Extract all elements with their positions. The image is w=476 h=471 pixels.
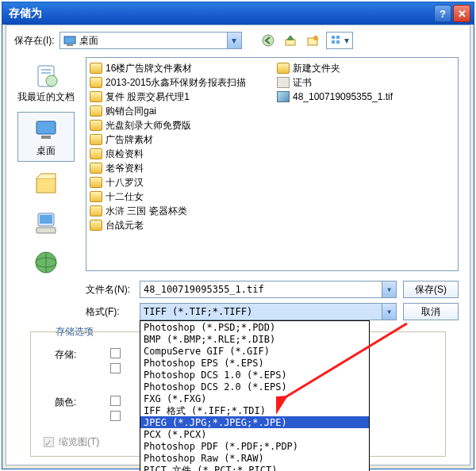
list-item[interactable]: 台战元老 — [90, 218, 267, 232]
titlebar: 存储为 ? ✕ — [2, 2, 474, 25]
image-icon — [277, 91, 290, 102]
save-as-dialog: 存储为 ? ✕ 保存在(I): 桌面 ▾ ▾ — [2, 2, 474, 469]
dropdown-option[interactable]: CompuServe GIF (*.GIF) — [140, 345, 369, 357]
folder-icon — [90, 105, 102, 117]
store-label: 存储: — [55, 348, 94, 362]
list-item[interactable]: 痕检资料 — [90, 147, 267, 161]
save-in-label: 保存在(I): — [14, 34, 55, 48]
location-combo[interactable]: 桌面 ▾ — [60, 32, 242, 49]
place-network[interactable] — [17, 246, 75, 281]
chevron-down-icon: ▾ — [382, 304, 396, 320]
dropdown-option[interactable]: Photoshop (*.PSD;*.PDD) — [140, 321, 369, 333]
help-button[interactable]: ? — [434, 5, 451, 22]
svg-rect-11 — [41, 69, 51, 71]
folder-icon — [277, 63, 290, 74]
color-checkbox-2[interactable] — [110, 411, 121, 421]
thumbnail-checkbox: ✓ — [44, 437, 54, 447]
folder-icon — [90, 220, 102, 231]
dropdown-option[interactable]: Photoshop EPS (*.EPS) — [140, 357, 369, 369]
format-dropdown[interactable]: Photoshop (*.PSD;*.PDD)BMP (*.BMP;*.RLE;… — [140, 320, 370, 471]
svg-rect-16 — [36, 178, 56, 193]
place-mydocuments[interactable] — [17, 167, 75, 201]
list-item[interactable]: 十二仕女 — [90, 190, 267, 204]
chevron-down-icon: ▾ — [227, 33, 241, 48]
format-combo[interactable]: TIFF (*.TIF;*.TIFF) ▾ — [140, 303, 397, 320]
svg-rect-9 — [336, 40, 340, 44]
store-checkbox-2[interactable] — [110, 363, 121, 373]
dialog-title: 存储为 — [9, 6, 432, 21]
place-mycomputer[interactable] — [17, 206, 75, 241]
store-checkbox-1[interactable] — [110, 348, 121, 358]
cancel-button[interactable]: 取消 — [403, 303, 459, 320]
folder-icon — [90, 77, 102, 88]
list-item[interactable]: 复件 股票交易代理1 — [90, 90, 267, 104]
up-button[interactable] — [282, 32, 299, 49]
list-item[interactable]: 2013-2015永鑫环保财务报表扫描 — [90, 75, 267, 90]
filename-label: 文件名(N): — [86, 283, 133, 297]
svg-rect-12 — [41, 72, 51, 74]
list-item[interactable]: 光盘刻录大师免费版 — [90, 118, 267, 132]
list-item[interactable]: 老爷资料 — [90, 161, 267, 175]
dropdown-option[interactable]: Photoshop Raw (*.RAW) — [140, 452, 369, 464]
filename-row: 文件名(N): 48_100719095355_1.tif ▾ 保存(S) — [86, 281, 459, 298]
folder-icon — [90, 134, 102, 145]
save-button[interactable]: 保存(S) — [403, 281, 459, 298]
new-folder-button[interactable] — [304, 32, 321, 49]
list-item[interactable]: 证书 — [277, 75, 455, 90]
view-menu-button[interactable]: ▾ — [326, 32, 353, 49]
svg-point-13 — [46, 75, 57, 86]
svg-rect-0 — [64, 36, 75, 44]
svg-rect-19 — [36, 228, 56, 233]
location-row: 保存在(I): 桌面 ▾ ▾ — [14, 32, 462, 49]
svg-rect-15 — [41, 136, 51, 139]
svg-rect-14 — [36, 121, 56, 134]
place-desktop[interactable]: 桌面 — [17, 112, 75, 162]
folder-icon — [90, 177, 102, 188]
close-button[interactable]: ✕ — [453, 5, 470, 22]
places-sidebar: 我最近的文档 桌面 — [14, 57, 78, 306]
dropdown-option[interactable]: Photoshop DCS 1.0 (*.EPS) — [140, 369, 369, 381]
svg-point-5 — [313, 36, 318, 40]
list-item[interactable]: 十八罗汉 — [90, 175, 267, 190]
svg-rect-8 — [332, 40, 335, 44]
dropdown-option[interactable]: IFF 格式 (*.IFF;*.TDI) — [140, 404, 369, 416]
list-item[interactable]: 48_100719095355_1.tif — [277, 90, 455, 104]
dropdown-option[interactable]: JPEG (*.JPG;*.JPEG;*.JPE) — [140, 416, 369, 428]
dropdown-option[interactable]: Photoshop PDF (*.PDF;*.PDP) — [140, 440, 369, 452]
list-item[interactable]: 水浒 三国 瓷器杯类 — [90, 204, 267, 218]
svg-rect-6 — [332, 36, 335, 39]
format-label: 格式(F): — [86, 305, 133, 319]
folder-icon — [90, 148, 102, 159]
location-value: 桌面 — [79, 34, 98, 48]
color-checkbox-1[interactable] — [110, 396, 121, 406]
dropdown-option[interactable]: BMP (*.BMP;*.RLE;*.DIB) — [140, 333, 369, 345]
back-button[interactable] — [259, 32, 277, 49]
format-row: 格式(F): TIFF (*.TIF;*.TIFF) ▾ 取消 — [86, 303, 459, 320]
place-recent[interactable]: 我最近的文档 — [17, 59, 75, 107]
dropdown-option[interactable]: PCX (*.PCX) — [140, 428, 369, 440]
folder-icon — [90, 163, 102, 174]
svg-point-2 — [263, 35, 274, 46]
svg-rect-18 — [40, 215, 52, 224]
dropdown-option[interactable]: PICT 文件 (*.PCT;*.PICT) — [140, 464, 369, 471]
chevron-down-icon: ▾ — [344, 35, 349, 46]
dialog-body: 保存在(I): 桌面 ▾ ▾ — [6, 25, 470, 465]
file-icon — [277, 77, 290, 88]
folder-icon — [90, 191, 102, 202]
dropdown-option[interactable]: Photoshop DCS 2.0 (*.EPS) — [140, 381, 369, 392]
chevron-down-icon: ▾ — [382, 281, 396, 297]
dropdown-option[interactable]: FXG (*.FXG) — [140, 392, 369, 404]
filename-input[interactable]: 48_100719095355_1.tif ▾ — [140, 281, 397, 298]
svg-rect-3 — [286, 40, 295, 45]
desktop-icon — [63, 35, 76, 46]
folder-icon — [90, 205, 102, 216]
list-item[interactable]: 新建文件夹 — [277, 61, 455, 75]
list-item[interactable]: 广告牌素材 — [90, 132, 267, 147]
color-label: 颜色: — [55, 396, 94, 409]
thumbnail-label: 缩览图(T) — [59, 435, 99, 449]
list-item[interactable]: 16楼广告牌文件素材 — [90, 61, 267, 75]
folder-icon — [90, 91, 102, 102]
list-item[interactable]: 购销合同gai — [90, 104, 267, 118]
folder-icon — [90, 63, 102, 74]
file-list[interactable]: 16楼广告牌文件素材2013-2015永鑫环保财务报表扫描复件 股票交易代理1购… — [86, 57, 459, 271]
